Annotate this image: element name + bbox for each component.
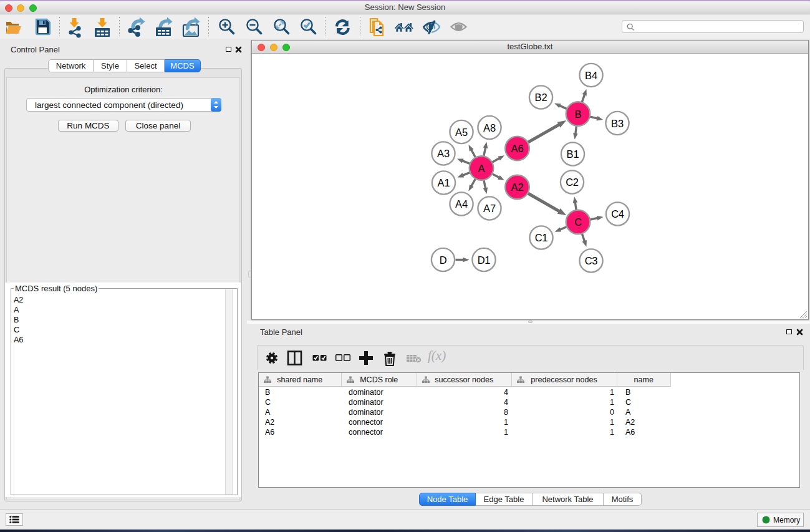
svg-text:A: A [478,163,485,174]
svg-text:C1: C1 [535,232,548,243]
svg-text:C: C [574,216,582,228]
svg-text:C2: C2 [566,177,579,188]
svg-text:B4: B4 [585,70,597,81]
svg-text:A2: A2 [511,181,524,193]
svg-text:A4: A4 [455,198,468,210]
svg-text:A3: A3 [437,148,450,159]
svg-text:D: D [440,254,447,266]
svg-text:B3: B3 [611,118,624,129]
svg-text:A8: A8 [483,122,496,133]
svg-text:B1: B1 [567,148,579,160]
svg-text:B2: B2 [535,92,547,103]
svg-text:D1: D1 [478,254,491,266]
svg-text:C3: C3 [585,255,598,266]
svg-text:A6: A6 [511,143,524,154]
svg-text:A5: A5 [455,127,468,138]
svg-text:B: B [575,109,582,120]
svg-text:C4: C4 [611,208,624,220]
svg-text:A7: A7 [483,203,496,214]
svg-text:A1: A1 [438,177,450,188]
